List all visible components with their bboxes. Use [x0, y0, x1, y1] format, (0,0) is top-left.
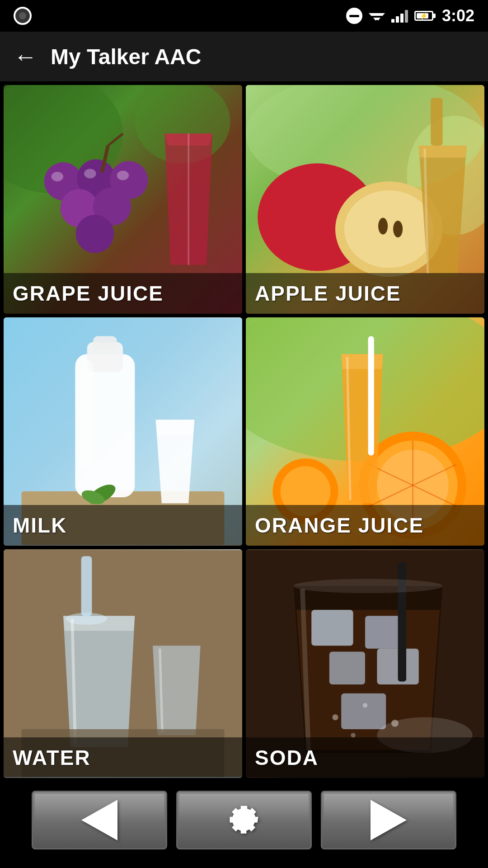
orange-juice-item[interactable]: ORANGE JUICE — [246, 317, 484, 546]
status-left — [14, 7, 32, 25]
svg-marker-60 — [63, 616, 135, 631]
svg-point-73 — [332, 714, 338, 720]
water-label: WATER — [4, 737, 242, 778]
soda-item[interactable]: SODA — [246, 549, 484, 778]
svg-point-79 — [294, 579, 443, 594]
svg-point-13 — [84, 169, 96, 178]
grape-juice-label: GRAPE JUICE — [4, 273, 242, 314]
svg-rect-28 — [431, 98, 442, 146]
orange-juice-label: ORANGE JUICE — [246, 505, 484, 546]
svg-point-11 — [76, 215, 114, 253]
apple-juice-label: APPLE JUICE — [246, 273, 484, 314]
svg-rect-71 — [377, 649, 418, 684]
drinks-grid: GRAPE JUICE — [0, 81, 488, 782]
svg-rect-36 — [93, 336, 117, 351]
settings-button[interactable] — [176, 791, 312, 849]
camera-icon — [14, 7, 32, 25]
gear-icon — [224, 800, 264, 840]
wifi-icon — [369, 9, 385, 22]
battery-icon: ⚡ — [414, 11, 436, 21]
app-header: ← My Talker AAC — [0, 32, 488, 81]
next-button[interactable] — [321, 791, 456, 849]
prev-button[interactable] — [32, 791, 167, 849]
signal-icon — [391, 9, 408, 23]
system-nav-bar — [0, 859, 488, 868]
svg-point-74 — [363, 703, 368, 708]
svg-point-26 — [378, 218, 388, 235]
svg-rect-68 — [311, 610, 353, 646]
milk-item[interactable]: MILK — [4, 317, 242, 546]
bottom-toolbar — [0, 782, 488, 859]
svg-rect-37 — [81, 360, 93, 467]
app-title: My Talker AAC — [51, 44, 201, 69]
apple-juice-item[interactable]: APPLE JUICE — [246, 85, 484, 314]
svg-point-25 — [344, 190, 434, 268]
grape-juice-item[interactable]: GRAPE JUICE — [4, 85, 242, 314]
svg-point-14 — [117, 170, 129, 180]
svg-rect-70 — [329, 652, 365, 685]
back-button[interactable]: ← — [14, 45, 37, 68]
no-entry-icon — [346, 8, 362, 24]
svg-rect-54 — [368, 336, 374, 455]
milk-label: MILK — [4, 505, 242, 546]
water-item[interactable]: WATER — [4, 549, 242, 778]
soda-label: SODA — [246, 737, 484, 778]
status-right: ⚡ 3:02 — [346, 6, 474, 25]
svg-marker-39 — [156, 420, 195, 434]
svg-rect-72 — [341, 693, 386, 729]
svg-rect-57 — [81, 556, 92, 616]
status-bar: ⚡ 3:02 — [0, 0, 488, 32]
arrow-right-icon — [371, 800, 407, 840]
svg-point-12 — [52, 172, 63, 181]
svg-point-27 — [393, 221, 403, 237]
arrow-left-icon — [81, 800, 117, 840]
status-time: 3:02 — [442, 6, 474, 25]
